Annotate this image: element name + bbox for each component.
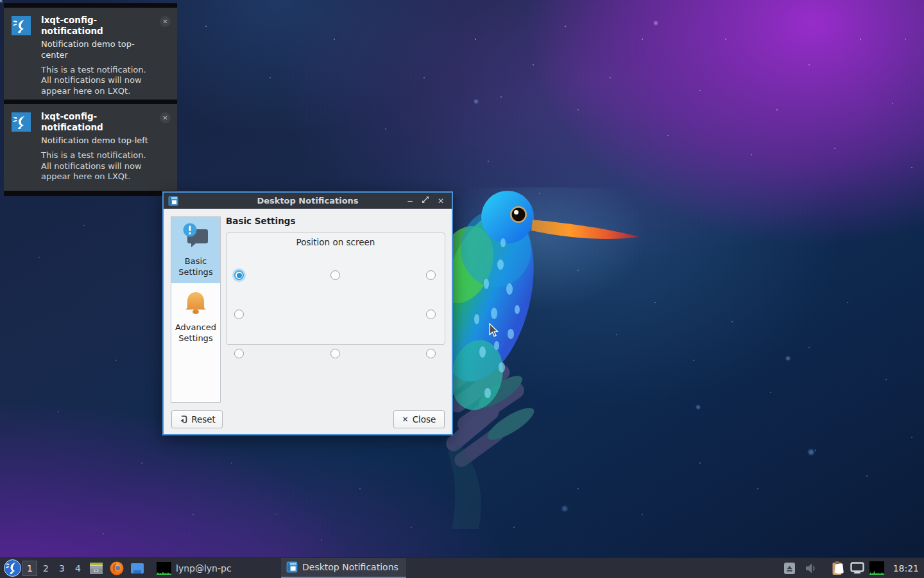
hummingbird-illustration [441, 188, 648, 538]
sidebar-item-advanced-settings[interactable]: Advanced Settings [171, 283, 220, 349]
lubuntu-bird-icon [12, 112, 31, 132]
sidebar-item-basic-settings[interactable]: Basic Settings [171, 217, 220, 283]
notification-top-center: ✕ lxqt-config-notificationd Notification… [4, 3, 177, 110]
close-window-button[interactable]: ✕ [436, 196, 446, 206]
firefox-launcher[interactable] [108, 560, 125, 577]
volume-tray-icon[interactable] [805, 563, 817, 574]
radio-position-top-right[interactable] [426, 270, 436, 280]
close-icon: ✕ [402, 415, 409, 424]
close-button[interactable]: ✕ Close [393, 410, 445, 428]
monitor-icon [850, 562, 864, 574]
workspace-button-1[interactable]: 1 [22, 561, 37, 576]
removable-media-tray-icon[interactable] [783, 561, 796, 575]
workspace-button-2[interactable]: 2 [38, 561, 53, 576]
stars-glow [0, 0, 3, 3]
close-button-label: Close [413, 414, 436, 425]
radio-position-bottom-left[interactable] [234, 349, 244, 358]
system-tray: 18:21 [783, 561, 924, 575]
radio-position-middle-left[interactable] [234, 310, 244, 319]
sidebar-item-label: Advanced Settings [173, 322, 219, 344]
restore-icon [422, 196, 429, 204]
reset-icon [178, 415, 187, 424]
desktop: ✕ lxqt-config-notificationd Notification… [0, 0, 924, 578]
lubuntu-bird-icon [12, 16, 31, 35]
workspace-button-4[interactable]: 4 [71, 561, 85, 576]
notification-body: This is a test notification. All notific… [41, 150, 155, 183]
notification-close-button[interactable]: ✕ [160, 112, 171, 123]
window-app-launcher[interactable] [129, 560, 146, 577]
titlebar[interactable]: Desktop Notifications − ✕ [164, 193, 452, 209]
blue-window-icon [130, 561, 145, 576]
radio-position-middle-right[interactable] [426, 310, 436, 319]
lxqt-menu-icon [4, 559, 21, 577]
page-heading: Basic Settings [226, 216, 296, 226]
taskbar: 1 2 3 4 [0, 557, 924, 578]
restore-button[interactable] [420, 196, 431, 206]
taskbar-task-terminal[interactable]: lynp@lyn-pc [151, 558, 278, 578]
clock[interactable]: 18:21 [893, 563, 919, 574]
sidebar-item-label: Basic Settings [173, 256, 219, 277]
resource-monitor-tray-icon[interactable] [869, 561, 884, 575]
eject-icon [783, 561, 796, 575]
radio-position-top-left[interactable] [234, 270, 244, 280]
clipboard-tray-icon[interactable] [832, 561, 845, 575]
file-manager-icon [89, 561, 104, 576]
task-label: Desktop Notifications [302, 562, 398, 572]
groupbox-title: Position on screen [227, 237, 445, 247]
minimize-button[interactable]: − [405, 196, 415, 206]
app-menu-button[interactable] [3, 559, 22, 578]
task-label: lynp@lyn-pc [176, 563, 232, 574]
window-icon [286, 561, 298, 573]
file-manager-launcher[interactable] [88, 560, 105, 577]
reset-button-label: Reset [191, 414, 216, 425]
radio-position-bottom-right[interactable] [426, 349, 436, 358]
bell-icon [180, 288, 211, 319]
speaker-icon [805, 563, 817, 574]
notification-app-name: lxqt-config-notificationd [41, 15, 155, 37]
desktop-notifications-window: Desktop Notifications − ✕ [162, 191, 453, 435]
notification-summary: Notification demo top-center [41, 39, 155, 61]
clipboard-icon [832, 561, 845, 575]
notification-summary: Notification demo top-left [41, 136, 155, 146]
resource-graph-icon [869, 561, 884, 575]
notification-body: This is a test notification. All notific… [41, 65, 155, 98]
firefox-icon [109, 561, 124, 576]
display-tray-icon[interactable] [850, 562, 864, 574]
position-groupbox: Position on screen [226, 232, 445, 345]
notification-close-button[interactable]: ✕ [160, 16, 171, 27]
notification-top-left: ✕ lxqt-config-notificationd Notification… [4, 100, 177, 196]
radio-position-bottom-center[interactable] [330, 349, 340, 358]
reset-button[interactable]: Reset [171, 410, 223, 428]
notification-bubble-icon [180, 222, 211, 252]
settings-sidebar: Basic Settings Advanced Settings [171, 216, 221, 403]
notification-app-name: lxqt-config-notificationd [41, 111, 155, 133]
workspace-button-3[interactable]: 3 [55, 561, 69, 576]
terminal-monitor-icon [157, 562, 171, 575]
taskbar-task-desktop-notifications[interactable]: Desktop Notifications [281, 558, 406, 578]
mouse-cursor [488, 323, 499, 337]
radio-position-top-center[interactable] [330, 270, 340, 280]
